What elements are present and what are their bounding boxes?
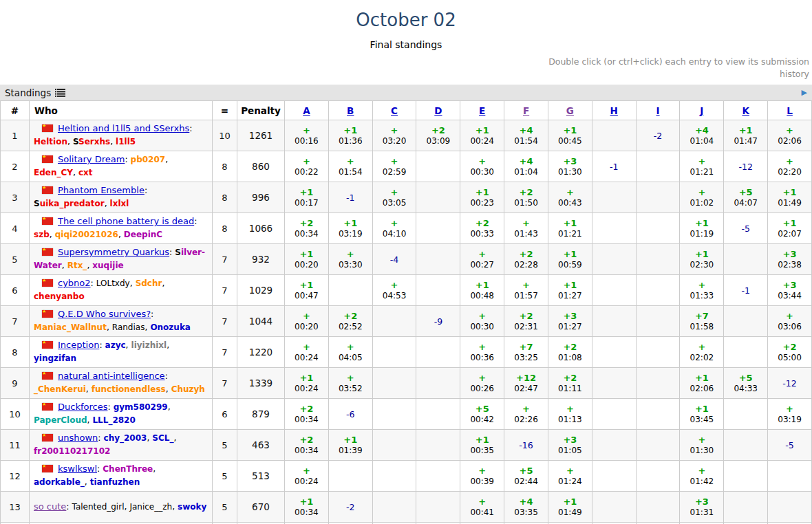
- problem-link-C[interactable]: C: [391, 105, 398, 116]
- problem-cell-E[interactable]: +00:30: [460, 151, 504, 182]
- problem-cell-I[interactable]: [636, 275, 680, 306]
- problem-cell-L[interactable]: [768, 492, 812, 523]
- problem-cell-I[interactable]: [636, 306, 680, 337]
- problem-cell-L[interactable]: +02:20: [768, 151, 812, 182]
- problem-cell-H[interactable]: [592, 306, 636, 337]
- problem-cell-J[interactable]: +103:45: [680, 399, 724, 430]
- problem-cell-G[interactable]: +100:59: [548, 244, 592, 275]
- problem-cell-K[interactable]: [724, 399, 768, 430]
- problem-cell-F[interactable]: +502:44: [504, 461, 548, 492]
- problem-cell-G[interactable]: +301:05: [548, 430, 592, 461]
- problem-cell-G[interactable]: +100:45: [548, 120, 592, 151]
- problem-cell-I[interactable]: [636, 182, 680, 213]
- problem-link-F[interactable]: F: [523, 105, 529, 116]
- problem-cell-L[interactable]: +02:06: [768, 120, 812, 151]
- problem-cell-K[interactable]: [724, 244, 768, 275]
- problem-cell-E[interactable]: +00:41: [460, 492, 504, 523]
- problem-cell-A[interactable]: +100:20: [285, 244, 329, 275]
- problem-cell-A[interactable]: +200:34: [285, 213, 329, 244]
- problem-cell-D[interactable]: [416, 337, 460, 368]
- problem-cell-L[interactable]: -5: [768, 430, 812, 461]
- problem-cell-I[interactable]: [636, 151, 680, 182]
- who-cell[interactable]: The cell phone battery is dead: szb, qiq…: [30, 213, 213, 244]
- problem-cell-E[interactable]: +100:48: [460, 275, 504, 306]
- who-cell[interactable]: natural anti-intelligence: _ChenKerui, f…: [30, 368, 213, 399]
- problem-cell-C[interactable]: [372, 368, 416, 399]
- problem-cell-D[interactable]: [416, 430, 460, 461]
- problem-cell-K[interactable]: [724, 337, 768, 368]
- who-cell[interactable]: Heltion and l1ll5 and SSerxhs: Heltion, …: [30, 120, 213, 151]
- problem-cell-G[interactable]: +101:21: [548, 213, 592, 244]
- problem-cell-F[interactable]: +1202:47: [504, 368, 548, 399]
- problem-cell-J[interactable]: +102:06: [680, 368, 724, 399]
- problem-cell-A[interactable]: +100:47: [285, 275, 329, 306]
- problem-cell-D[interactable]: [416, 182, 460, 213]
- problem-cell-I[interactable]: [636, 492, 680, 523]
- expand-right-arrow-icon[interactable]: ▶: [802, 88, 807, 97]
- problem-cell-C[interactable]: +03:05: [372, 182, 416, 213]
- problem-link-H[interactable]: H: [610, 105, 618, 116]
- problem-cell-E[interactable]: +500:42: [460, 399, 504, 430]
- problem-cell-F[interactable]: +202:31: [504, 306, 548, 337]
- problem-cell-C[interactable]: [372, 461, 416, 492]
- problem-cell-E[interactable]: +200:33: [460, 213, 504, 244]
- problem-cell-H[interactable]: [592, 244, 636, 275]
- problem-cell-K[interactable]: +101:47: [724, 120, 768, 151]
- problem-cell-H[interactable]: [592, 275, 636, 306]
- problem-cell-B[interactable]: [328, 461, 372, 492]
- problem-cell-D[interactable]: [416, 492, 460, 523]
- team-name-link[interactable]: Duckforces: [58, 402, 107, 412]
- problem-cell-E[interactable]: +100:35: [460, 430, 504, 461]
- problem-cell-A[interactable]: +100:17: [285, 182, 329, 213]
- list-icon[interactable]: [55, 89, 65, 97]
- problem-cell-L[interactable]: +205:00: [768, 337, 812, 368]
- problem-link-B[interactable]: B: [347, 105, 354, 116]
- problem-cell-C[interactable]: +04:53: [372, 275, 416, 306]
- problem-cell-F[interactable]: +01:43: [504, 213, 548, 244]
- problem-link-A[interactable]: A: [303, 105, 310, 116]
- team-name-link[interactable]: unshown: [58, 433, 98, 443]
- who-cell[interactable]: so cute: Talented_girl, Janice__zh, swok…: [30, 492, 213, 523]
- problem-cell-K[interactable]: [724, 492, 768, 523]
- problem-cell-A[interactable]: +00:16: [285, 120, 329, 151]
- problem-cell-B[interactable]: +04:05: [328, 337, 372, 368]
- who-cell[interactable]: kswlkswl: ChenThree, adorkable_, tianfuz…: [30, 461, 213, 492]
- problem-cell-D[interactable]: +203:09: [416, 120, 460, 151]
- problem-cell-A[interactable]: +00:20: [285, 306, 329, 337]
- problem-cell-B[interactable]: -2: [328, 492, 372, 523]
- problem-cell-A[interactable]: +00:24: [285, 461, 329, 492]
- problem-cell-C[interactable]: -4: [372, 244, 416, 275]
- problem-cell-L[interactable]: [768, 461, 812, 492]
- problem-cell-A[interactable]: +200:34: [285, 430, 329, 461]
- problem-cell-K[interactable]: [724, 461, 768, 492]
- problem-cell-F[interactable]: +02:26: [504, 399, 548, 430]
- problem-cell-G[interactable]: +201:08: [548, 337, 592, 368]
- problem-cell-H[interactable]: [592, 182, 636, 213]
- problem-cell-L[interactable]: +303:44: [768, 275, 812, 306]
- problem-cell-K[interactable]: -1: [724, 275, 768, 306]
- problem-cell-I[interactable]: [636, 461, 680, 492]
- problem-cell-B[interactable]: +101:36: [328, 120, 372, 151]
- problem-cell-E[interactable]: +100:23: [460, 182, 504, 213]
- problem-link-G[interactable]: G: [566, 105, 574, 116]
- problem-cell-D[interactable]: [416, 275, 460, 306]
- team-name-link[interactable]: Solitary Dream: [58, 154, 125, 164]
- problem-link-E[interactable]: E: [479, 105, 485, 116]
- problem-cell-B[interactable]: -1: [328, 182, 372, 213]
- problem-cell-J[interactable]: +401:04: [680, 120, 724, 151]
- problem-cell-J[interactable]: +01:33: [680, 275, 724, 306]
- problem-cell-B[interactable]: +101:39: [328, 430, 372, 461]
- problem-cell-J[interactable]: +02:02: [680, 337, 724, 368]
- problem-cell-E[interactable]: +00:27: [460, 244, 504, 275]
- problem-cell-F[interactable]: +401:04: [504, 151, 548, 182]
- problem-cell-L[interactable]: +03:06: [768, 306, 812, 337]
- problem-cell-H[interactable]: [592, 213, 636, 244]
- problem-cell-G[interactable]: +101:49: [548, 492, 592, 523]
- problem-cell-C[interactable]: [372, 492, 416, 523]
- problem-cell-I[interactable]: [636, 399, 680, 430]
- problem-cell-H[interactable]: [592, 368, 636, 399]
- team-name-link[interactable]: cybno2: [58, 278, 91, 288]
- problem-cell-D[interactable]: [416, 461, 460, 492]
- problem-cell-H[interactable]: [592, 337, 636, 368]
- who-cell[interactable]: Duckforces: gym580299, PaperCloud, LLL_2…: [30, 399, 213, 430]
